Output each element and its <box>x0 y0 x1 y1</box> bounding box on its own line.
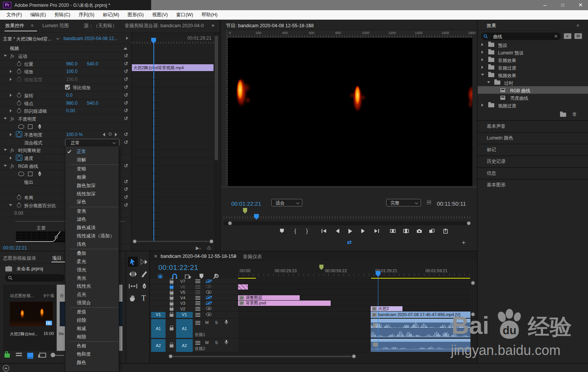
blend-menu-item-亮光[interactable]: 亮光 <box>65 274 119 283</box>
reset-icon[interactable]: ↺ <box>124 76 128 82</box>
tab-program-monitor[interactable]: 节目: bandicam 2020-04-08 12-55-18-158 <box>226 23 314 29</box>
new-custom-bin-icon[interactable] <box>560 112 566 118</box>
reset-icon[interactable]: ↺ <box>124 194 128 200</box>
tab-lumetri-scopes[interactable]: Lumetri 范围 <box>42 23 69 29</box>
play-icon[interactable] <box>347 228 353 234</box>
tree-arrow-icon[interactable] <box>481 51 483 54</box>
timeline-playhead-line[interactable] <box>378 276 379 352</box>
ec-value[interactable]: 100.0 <box>66 69 77 74</box>
marker-icon[interactable] <box>279 228 285 234</box>
menu-item-2[interactable]: 剪辑(C) <box>50 12 74 18</box>
ec-prop-label[interactable]: 速度 <box>24 155 33 162</box>
ec-prop-label[interactable]: 布局 <box>24 195 33 201</box>
blend-menu-item-溶解[interactable]: 溶解 <box>65 156 119 164</box>
ec-vertical-scrollbar[interactable] <box>214 33 219 251</box>
panel-header-标记[interactable]: 标记 <box>478 144 588 155</box>
export-frame-icon[interactable]: ⎙ <box>207 245 211 251</box>
add-button-icon[interactable]: + <box>462 239 466 246</box>
reset-icon[interactable]: ↺ <box>124 100 128 106</box>
tree-arrow-icon[interactable] <box>481 58 483 61</box>
project-search-input[interactable] <box>5 274 65 282</box>
stopwatch-icon[interactable] <box>17 77 21 81</box>
ec-prop-label[interactable]: 位置 <box>24 61 33 68</box>
track-patch-V1[interactable]: V1 <box>176 312 193 318</box>
track-content-V2[interactable] <box>238 306 470 312</box>
reset-icon[interactable]: ↺ <box>124 116 128 121</box>
audio-source-patch-A1[interactable]: A1 <box>151 319 166 338</box>
playback-resolution-select[interactable]: 完整 <box>386 199 421 206</box>
reset-icon[interactable]: ↺ <box>124 108 128 113</box>
list-view-icon[interactable] <box>16 353 22 358</box>
sync-settings-icon[interactable]: ⇄ <box>347 239 352 246</box>
menu-item-6[interactable]: 视图(V) <box>148 12 172 18</box>
reset-icon[interactable]: ↺ <box>124 163 128 169</box>
stopwatch-icon[interactable] <box>17 69 21 73</box>
ec-twirl-icon[interactable] <box>10 157 12 160</box>
ripple-edit-tool[interactable] <box>128 270 138 278</box>
close-button[interactable]: ✕ <box>575 2 586 8</box>
ec-twirl-icon[interactable] <box>10 133 12 136</box>
timeline-panel-menu-icon[interactable]: ≡ <box>234 254 236 259</box>
timeline-ruler[interactable]: :00:0000:00:29:2300:00:59:2200:01:29:210… <box>238 268 470 276</box>
fx-tree-过时[interactable]: 过时 <box>478 79 588 86</box>
ec-twirl-icon[interactable] <box>10 94 12 97</box>
mic-icon[interactable] <box>224 339 229 346</box>
ec-playhead-line[interactable] <box>153 38 154 242</box>
track-insert-icon[interactable] <box>195 307 200 311</box>
track-name[interactable]: V6 <box>180 285 185 289</box>
zoom-level-select[interactable]: 适合 <box>271 199 302 206</box>
track-insert-icon[interactable] <box>195 290 200 294</box>
ec-prop-label[interactable]: 防闪烁滤镜 <box>24 108 47 115</box>
blend-menu-item-点光[interactable]: 点光 <box>65 291 119 299</box>
settings-wrench-icon[interactable]: ⚿ <box>426 200 432 204</box>
fx-tree-视频效果[interactable]: 视频效果 <box>478 71 588 79</box>
tab-motion-graphics-templates[interactable]: 态图形模板媒体 <box>3 255 36 262</box>
step-fwd-icon[interactable] <box>361 228 367 234</box>
freeform-view-icon[interactable] <box>39 353 46 358</box>
blend-mode-select[interactable]: 正常 <box>65 139 119 146</box>
fx-tree-音频效果[interactable]: 音频效果 <box>478 56 588 64</box>
ec-prop-label[interactable]: 缩放宽度 <box>24 77 42 83</box>
track-lock-icon[interactable] <box>170 312 173 318</box>
comparison-view-icon[interactable] <box>429 228 435 234</box>
sequence-marker-green[interactable] <box>243 208 247 214</box>
reset-icon[interactable]: ↺ <box>124 140 128 145</box>
track-name[interactable]: V2 <box>180 307 185 311</box>
ec-value[interactable]: 960.0 <box>66 61 77 67</box>
reset-icon[interactable]: ↺ <box>124 68 128 74</box>
blend-menu-item-叠加[interactable]: 叠加 <box>65 250 119 258</box>
blend-menu-item-颜色减淡[interactable]: 颜色减淡 <box>65 224 119 232</box>
timeline-tab-close-icon[interactable]: ✕ <box>154 254 158 259</box>
ec-prop-label[interactable]: 缩放 <box>24 69 33 75</box>
tab-source-monitor[interactable]: 源：（无剪辑） <box>84 23 117 29</box>
tree-arrow-icon[interactable] <box>481 66 483 69</box>
blend-menu-item-差值[interactable]: 差值 <box>65 308 119 316</box>
project-item2-name[interactable]: ba <box>59 331 63 336</box>
mic-icon[interactable] <box>224 319 229 326</box>
mark-out-icon[interactable]: } <box>305 228 311 234</box>
track-name[interactable]: V7 <box>180 279 185 284</box>
ec-value[interactable]: 100.0 % <box>66 132 83 137</box>
audio-source-patch-A2[interactable]: A2 <box>151 339 166 352</box>
hand-tool[interactable] <box>128 294 138 302</box>
blend-menu-item-相除[interactable]: 相除 <box>65 333 119 341</box>
reset-icon[interactable]: ↺ <box>124 84 128 90</box>
delete-custom-item-icon[interactable]: 🗑 <box>572 111 577 117</box>
ec-check-label[interactable]: 等比缩放 <box>73 85 91 91</box>
menu-item-3[interactable]: 序列(S) <box>74 12 99 18</box>
audio-lock-icon[interactable] <box>170 343 173 349</box>
menu-item-4[interactable]: 标记(M) <box>99 12 124 18</box>
ec-twirl-icon[interactable] <box>4 118 7 119</box>
tree-arrow-icon[interactable] <box>487 81 490 83</box>
stopwatch-icon[interactable] <box>17 108 21 113</box>
panel-header-Lumetri 颜色[interactable]: Lumetri 颜色 <box>478 133 588 144</box>
stopwatch-icon[interactable] <box>17 132 21 136</box>
stopwatch-icon[interactable] <box>17 203 21 207</box>
tree-arrow-icon[interactable] <box>481 104 483 107</box>
ec-prop-label[interactable]: 不透明度 <box>24 132 42 138</box>
ec-section-collapse-icon[interactable] <box>124 47 127 50</box>
tree-arrow-icon[interactable] <box>481 43 483 46</box>
ec-master-label[interactable]: 主要 * 火把2舞台led背... <box>3 36 51 42</box>
blend-menu-item-线性加深[interactable]: 线性加深 <box>65 190 119 198</box>
blend-menu-item-相乘[interactable]: 相乘 <box>65 174 119 182</box>
